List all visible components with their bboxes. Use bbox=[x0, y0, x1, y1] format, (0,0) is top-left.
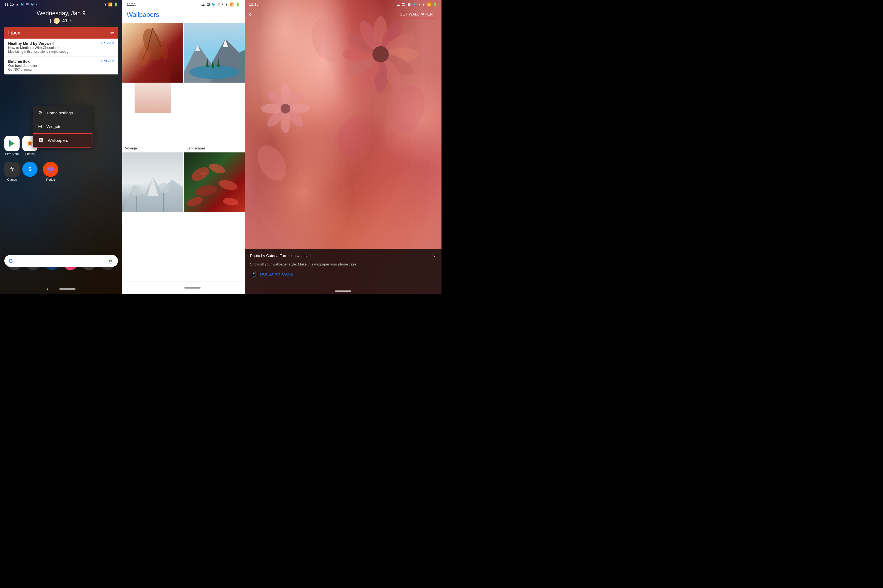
status-icons-2: ☁ 🖼 🐦 ✉ • ▼ 📶 🔋 bbox=[201, 3, 240, 6]
weather-row: | 🌕 41°F bbox=[0, 17, 122, 24]
games-app[interactable]: # Games bbox=[5, 162, 20, 181]
svg-point-18 bbox=[189, 65, 239, 79]
back-button-3[interactable]: ‹ bbox=[249, 10, 251, 18]
build-case-link[interactable]: BUILD MY CASE bbox=[260, 272, 294, 276]
nav-bar-3 bbox=[245, 291, 442, 292]
games-icon: # bbox=[5, 162, 20, 177]
menu-item-wallpapers[interactable]: 🖼 Wallpapers bbox=[33, 133, 92, 147]
subject-1: How to Meditate With Chocolate bbox=[8, 46, 114, 50]
inbox-row-2: ButcherBox 11:05 AM bbox=[8, 59, 114, 64]
gallery-icon-3: 🗔 bbox=[402, 3, 405, 6]
status-time-3: 11:15 bbox=[249, 2, 258, 6]
inbox-card[interactable]: Inbox ✏ Healthy Mind by Verywell 11:12 A… bbox=[5, 27, 118, 75]
svg-point-5 bbox=[109, 260, 110, 262]
chevron-down-icon[interactable]: ∨ bbox=[433, 253, 436, 258]
svg-point-28 bbox=[159, 183, 169, 193]
status-time-2: 11:15 bbox=[127, 2, 136, 6]
menu-item-widgets[interactable]: ⊞ Widgets bbox=[33, 120, 92, 133]
status-right-1: ▼ 📶 🔋 bbox=[104, 3, 118, 6]
svg-point-51 bbox=[372, 46, 389, 63]
build-case-row: 📱 BUILD MY CASE bbox=[250, 271, 436, 278]
inbox-title: Inbox bbox=[8, 30, 20, 36]
menu-item-home-settings[interactable]: ⚙ Home settings bbox=[33, 106, 92, 120]
inbox-item-2[interactable]: ButcherBox 11:05 AM Our best deal ever G… bbox=[5, 57, 118, 75]
menu-widgets-label: Widgets bbox=[47, 124, 61, 129]
wallpaper-leaves-cell[interactable] bbox=[184, 152, 245, 282]
twitter-icon-4: 🐦 bbox=[413, 3, 417, 6]
google-search-bar[interactable]: G bbox=[5, 255, 118, 267]
svg-point-62 bbox=[386, 81, 430, 136]
inbox-header: Inbox ✏ bbox=[5, 27, 118, 39]
status-bar-1: 11:15 ☁ 🐦 ✉ 🐦 • ▼ 📶 🔋 bbox=[0, 0, 122, 8]
cloud-icon-2: ☁ bbox=[201, 3, 205, 6]
settings-icon: ⚙ bbox=[38, 110, 42, 116]
preview-2: Get $57 of meat bbox=[8, 68, 74, 72]
svg-point-64 bbox=[331, 111, 375, 160]
battery-icon-2: 🔋 bbox=[236, 3, 240, 6]
back-nav-2[interactable]: ‹ bbox=[167, 285, 168, 291]
screen3-header: ‹ SET WALLPAPER bbox=[245, 8, 442, 21]
home-indicator-3[interactable] bbox=[335, 291, 351, 292]
play-store-label: Play Store bbox=[5, 152, 19, 155]
play-store-icon bbox=[5, 136, 20, 151]
dot-icon-3: • bbox=[419, 3, 420, 6]
weather-icon: 🌕 bbox=[53, 17, 60, 24]
set-wallpaper-button[interactable]: SET WALLPAPER bbox=[396, 10, 437, 18]
wallpaper-grid: Voyage bbox=[122, 23, 245, 282]
status-bar-2: 11:15 ☁ 🖼 🐦 ✉ • ▼ 📶 🔋 bbox=[122, 0, 245, 8]
wallpapers-screen: 11:15 ☁ 🖼 🐦 ✉ • ▼ 📶 🔋 Wallpapers bbox=[122, 0, 245, 294]
menu-wallpapers-label: Wallpapers bbox=[48, 138, 68, 142]
wifi-icon-1: ▼ bbox=[104, 3, 107, 6]
signal-icon-1: 📶 bbox=[108, 3, 113, 6]
svg-point-1 bbox=[29, 142, 31, 145]
games-label: Games bbox=[7, 178, 17, 181]
voyage-thumbnail bbox=[122, 23, 183, 82]
twitter-icon-2: 🐦 bbox=[30, 3, 35, 6]
app-icons-row2: # Games S 👾 Reddit bbox=[5, 162, 58, 181]
notes-icon-3: 📋 bbox=[407, 3, 411, 6]
reddit-icon: 👾 bbox=[43, 162, 58, 177]
cloud-icon-3: ☁ bbox=[396, 3, 400, 6]
photo-icon-2: 🖼 bbox=[206, 3, 210, 6]
status-bar-3: 11:15 ☁ 🗔 📋 🐦 • ▼ 📶 🔋 bbox=[245, 0, 442, 8]
wifi-icon-3: ▼ bbox=[422, 3, 425, 6]
home-indicator-2[interactable] bbox=[184, 287, 201, 289]
nav-bar-2: ‹ bbox=[122, 282, 245, 294]
twitter-icon-3: 🐦 bbox=[212, 3, 216, 6]
status-left-1: 11:15 ☁ 🐦 ✉ 🐦 • bbox=[5, 2, 37, 6]
photo-credit-text: Photo by Catrina Farrell on Unsplash bbox=[250, 254, 312, 258]
home-screen: 11:15 ☁ 🐦 ✉ 🐦 • ▼ 📶 🔋 Wednesday, Jan 9 |… bbox=[0, 0, 122, 294]
wallpaper-grey-cell[interactable] bbox=[122, 152, 183, 282]
shazam-icon: S bbox=[22, 162, 38, 177]
google-mic-icon[interactable] bbox=[107, 258, 114, 264]
wallpaper-landscapes-cell[interactable]: Landscapes bbox=[184, 23, 245, 152]
landscapes-label: Landscapes bbox=[184, 144, 245, 152]
temperature: 41°F bbox=[62, 18, 73, 24]
widgets-icon: ⊞ bbox=[38, 123, 42, 129]
edit-icon[interactable]: ✏ bbox=[110, 30, 114, 36]
time-1: 11:12 AM bbox=[100, 41, 114, 45]
home-indicator-1[interactable] bbox=[59, 288, 75, 290]
back-nav-1[interactable]: ‹ bbox=[47, 286, 48, 292]
flower-svg bbox=[245, 0, 442, 220]
play-store-app[interactable]: Play Store bbox=[5, 136, 20, 155]
dot-icon-2: • bbox=[222, 3, 224, 6]
sender-2: ButcherBox bbox=[8, 59, 30, 64]
wifi-icon-2: ▼ bbox=[225, 3, 228, 6]
wallpaper-voyage-cell[interactable]: Voyage bbox=[122, 23, 183, 152]
svg-marker-0 bbox=[9, 140, 15, 147]
battery-icon-1: 🔋 bbox=[114, 3, 118, 6]
signal-icon-3: 📶 bbox=[427, 3, 431, 6]
svg-point-4 bbox=[110, 260, 112, 262]
context-menu: ⚙ Home settings ⊞ Widgets 🖼 Wallpapers bbox=[33, 106, 92, 147]
time-2: 11:05 AM bbox=[100, 59, 114, 63]
leaves-thumbnail bbox=[184, 152, 245, 212]
menu-home-settings-label: Home settings bbox=[47, 111, 73, 115]
reddit-app[interactable]: 👾 Reddit bbox=[43, 162, 58, 181]
date-text: Wednesday, Jan 9 bbox=[0, 10, 122, 17]
shazam-app[interactable]: S bbox=[22, 162, 38, 181]
photos-label: Photos bbox=[25, 152, 35, 155]
twitter-icon-1: 🐦 bbox=[20, 3, 24, 6]
inbox-item-1[interactable]: Healthy Mind by Verywell 11:12 AM How to… bbox=[5, 39, 118, 57]
wallpapers-title: Wallpapers bbox=[122, 8, 245, 23]
